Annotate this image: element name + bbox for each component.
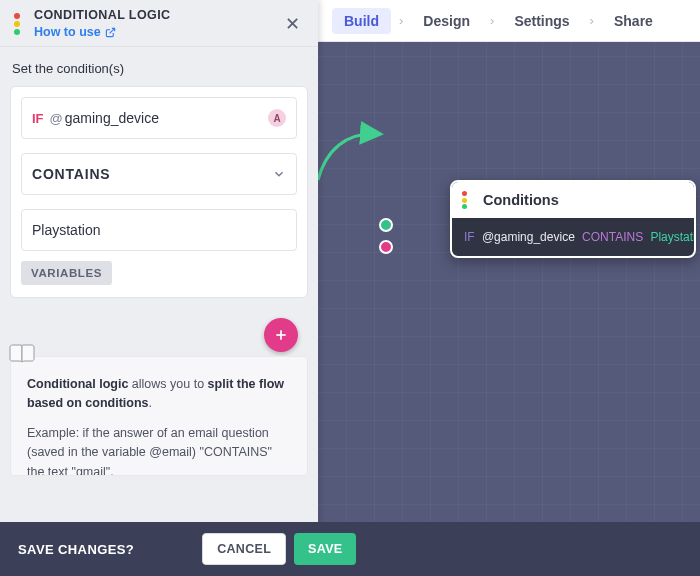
config-panel: CONDITIONAL LOGIC How to use ✕ Set the c… <box>0 0 318 576</box>
nav-sep-2: › <box>490 13 494 28</box>
nav-build[interactable]: Build <box>332 8 391 34</box>
value-input[interactable]: Playstation <box>21 209 297 251</box>
connector-arrow <box>316 120 386 190</box>
panel-header: CONDITIONAL LOGIC How to use ✕ <box>0 0 318 47</box>
variable-row[interactable]: IF @ gaming_device A <box>21 97 297 139</box>
tok-var: @gaming_device <box>482 230 575 244</box>
nav-share[interactable]: Share <box>602 8 665 34</box>
tok-op: CONTAINS <box>582 230 643 244</box>
panel-header-titles: CONDITIONAL LOGIC How to use <box>34 8 281 40</box>
plus-icon <box>273 327 289 343</box>
nav-sep-1: › <box>399 13 403 28</box>
panel-title: CONDITIONAL LOGIC <box>34 8 281 22</box>
save-bar: SAVE CHANGES? CANCEL SAVE <box>0 522 700 576</box>
help-card: Conditional logic allows you to split th… <box>10 356 308 476</box>
operator-select[interactable]: CONTAINS <box>21 153 297 195</box>
panel-body: Set the condition(s) IF @ gaming_device … <box>0 47 318 298</box>
section-label: Set the condition(s) <box>12 61 306 76</box>
if-chip: IF <box>32 111 44 126</box>
save-button[interactable]: SAVE <box>294 533 356 565</box>
nav-settings[interactable]: Settings <box>502 8 581 34</box>
book-icon <box>8 342 36 366</box>
chevron-down-icon <box>272 167 286 181</box>
node-body: IF @gaming_device CONTAINS Playstati <box>452 218 694 256</box>
nav-sep-3: › <box>590 13 594 28</box>
operator-label: CONTAINS <box>32 166 110 182</box>
how-to-use-link[interactable]: How to use <box>34 25 116 39</box>
add-condition-button[interactable] <box>264 318 298 352</box>
variables-button[interactable]: VARIABLES <box>21 261 112 285</box>
at-symbol: @ <box>50 111 63 126</box>
flow-canvas[interactable]: Build › Design › Settings › Share Condit… <box>318 0 700 576</box>
help-section: Conditional logic allows you to split th… <box>0 356 318 476</box>
tok-if: IF <box>464 230 475 244</box>
node-title: Conditions <box>483 192 559 208</box>
output-port-true[interactable] <box>379 218 393 232</box>
how-to-use-label: How to use <box>34 25 101 39</box>
ab-badge: A <box>268 109 286 127</box>
close-icon[interactable]: ✕ <box>281 9 304 39</box>
node-header: Conditions <box>452 182 694 218</box>
nav-design[interactable]: Design <box>411 8 482 34</box>
external-link-icon <box>105 27 116 38</box>
value-text: Playstation <box>32 222 100 238</box>
top-nav: Build › Design › Settings › Share <box>318 0 700 42</box>
output-port-false[interactable] <box>379 240 393 254</box>
variable-name: gaming_device <box>65 110 159 126</box>
condition-card: IF @ gaming_device A CONTAINS Playstatio… <box>10 86 308 298</box>
svg-line-0 <box>109 28 114 33</box>
cancel-button[interactable]: CANCEL <box>202 533 286 565</box>
tok-val: Playstati <box>650 230 694 244</box>
save-question: SAVE CHANGES? <box>18 542 134 557</box>
traffic-light-icon <box>462 187 467 213</box>
help-p2: Example: if the answer of an email quest… <box>27 424 291 476</box>
help-p1: Conditional logic allows you to split th… <box>27 375 291 414</box>
traffic-light-icon <box>14 11 26 37</box>
conditions-node[interactable]: Conditions IF @gaming_device CONTAINS Pl… <box>450 180 696 258</box>
